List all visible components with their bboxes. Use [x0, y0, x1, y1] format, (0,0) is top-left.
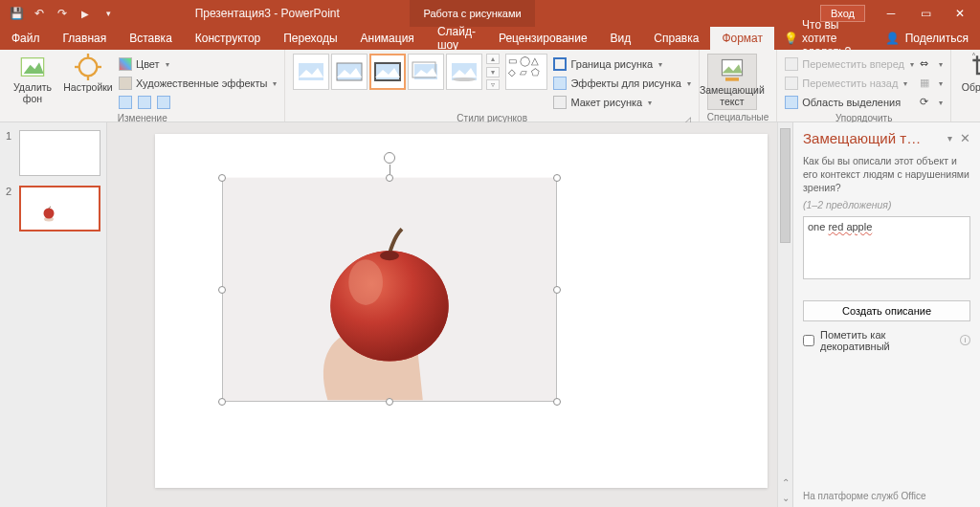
- tab-animations[interactable]: Анимация: [349, 27, 426, 50]
- border-label: Граница рисунка: [570, 58, 653, 70]
- tell-me-box[interactable]: 💡 Что вы хотите сделать?: [774, 27, 874, 50]
- minimize-button[interactable]: ─: [875, 0, 907, 27]
- effects-icon: [553, 77, 567, 90]
- rotate-handle[interactable]: [384, 152, 395, 164]
- tab-design[interactable]: Конструктор: [184, 27, 272, 50]
- close-button[interactable]: ✕: [944, 0, 976, 27]
- border-icon: [553, 57, 567, 71]
- slide-editor[interactable]: ⌃ ⌄: [107, 122, 792, 507]
- mark-decorative-checkbox[interactable]: Пометить как декоративный i: [803, 329, 970, 352]
- alt-text-input[interactable]: one red apple: [803, 216, 970, 279]
- tab-format[interactable]: Формат: [710, 27, 774, 50]
- tab-view[interactable]: Вид: [599, 27, 643, 50]
- slide-number: 1: [6, 130, 15, 176]
- style-thumb[interactable]: [293, 54, 329, 90]
- selection-pane-button[interactable]: Область выделения: [785, 94, 914, 111]
- resize-handle[interactable]: [218, 398, 226, 406]
- compress-pictures-icon[interactable]: [119, 96, 132, 109]
- slide-number: 2: [6, 186, 15, 231]
- undo-icon[interactable]: ↶: [31, 5, 48, 22]
- tab-file[interactable]: Файл: [0, 27, 52, 50]
- remove-bg-label: Удалить фон: [13, 82, 52, 104]
- corrections-label: Настройки: [63, 82, 113, 94]
- contextual-tab-label: Работа с рисунками: [410, 0, 534, 27]
- quick-access-toolbar: 💾 ↶ ↷ ▶ ▾: [0, 5, 124, 22]
- style-thumb[interactable]: [408, 54, 444, 90]
- picture-layout-button[interactable]: Макет рисунка▾: [553, 94, 690, 111]
- remove-background-button[interactable]: Удалить фон: [8, 54, 57, 104]
- reset-picture-icon[interactable]: [157, 96, 170, 109]
- crop-button[interactable]: Обрезать: [959, 54, 980, 94]
- align-button[interactable]: ⇔▾: [920, 55, 943, 73]
- alt-text-pane: Замещающий т… ▾ ✕ Как бы вы описали этот…: [792, 122, 980, 507]
- alt-text-label: Замещающий текст: [700, 85, 765, 107]
- group-icon: ▦: [920, 77, 933, 90]
- resize-handle[interactable]: [553, 398, 561, 406]
- start-from-beginning-icon[interactable]: ▶: [77, 5, 94, 22]
- styles-gallery[interactable]: ▴▾▿: [293, 54, 500, 90]
- maximize-button[interactable]: ▭: [909, 0, 942, 27]
- qat-more-icon[interactable]: ▾: [100, 5, 117, 22]
- tab-review[interactable]: Рецензирование: [487, 27, 599, 50]
- slide-preview: [19, 186, 100, 231]
- resize-handle[interactable]: [386, 174, 393, 182]
- picture-effects-button[interactable]: Эффекты для рисунка▾: [553, 75, 690, 92]
- send-backward-label: Переместить назад: [802, 77, 898, 89]
- resize-handle[interactable]: [553, 286, 561, 294]
- decorative-checkbox-input[interactable]: [803, 335, 814, 346]
- vertical-scrollbar[interactable]: ⌃ ⌄: [777, 122, 792, 507]
- rotate-button[interactable]: ⟳▾: [920, 94, 943, 111]
- resize-handle[interactable]: [218, 174, 226, 182]
- generate-description-button[interactable]: Создать описание: [803, 300, 970, 321]
- group-picture-styles: ▴▾▿ ▭◯△◇▱⬠ Граница рисунка▾ Эффекты для …: [285, 50, 699, 121]
- change-picture-icon[interactable]: [138, 96, 151, 109]
- collapse-ribbon-icon[interactable]: ˄: [971, 52, 976, 62]
- artistic-icon: [119, 77, 132, 90]
- next-slide-icon[interactable]: ⌄: [778, 493, 792, 503]
- info-icon[interactable]: i: [960, 335, 970, 345]
- redo-icon[interactable]: ↷: [54, 5, 71, 22]
- prev-slide-icon[interactable]: ⌃: [778, 477, 792, 488]
- share-button[interactable]: 👤 Поделиться: [874, 27, 980, 50]
- artistic-label: Художественные эффекты: [136, 77, 267, 89]
- alt-text-button[interactable]: Замещающий текст: [707, 54, 757, 110]
- picture-selection[interactable]: [222, 178, 557, 402]
- ribbon-tabs: Файл Главная Вставка Конструктор Переход…: [0, 27, 980, 50]
- slide-thumb-2[interactable]: 2: [6, 186, 100, 231]
- save-icon[interactable]: 💾: [8, 5, 25, 22]
- group-arrange: Переместить вперед▾ Переместить назад▾ О…: [777, 50, 951, 121]
- pane-close-icon[interactable]: ✕: [960, 131, 970, 145]
- compress-reset-row[interactable]: [119, 94, 277, 111]
- bring-forward-button[interactable]: Переместить вперед▾: [785, 55, 914, 73]
- artistic-effects-button[interactable]: Художественные эффекты▾: [119, 75, 277, 92]
- group-objects-button[interactable]: ▦▾: [920, 75, 943, 92]
- pane-hint: (1–2 предложения): [803, 199, 970, 210]
- tab-transitions[interactable]: Переходы: [272, 27, 348, 50]
- tab-insert[interactable]: Вставка: [118, 27, 184, 50]
- slide-thumb-1[interactable]: 1: [6, 130, 100, 176]
- alt-text-value-plain: one: [808, 221, 828, 232]
- color-button[interactable]: Цвет▾: [119, 55, 277, 73]
- picture-content: [223, 179, 556, 401]
- shape-presets[interactable]: ▭◯△◇▱⬠: [505, 54, 547, 90]
- scrollbar-thumb[interactable]: [780, 128, 791, 243]
- crop-label: Обрезать: [962, 82, 980, 94]
- corrections-button[interactable]: Настройки: [63, 54, 113, 94]
- remove-bg-icon: [19, 54, 46, 80]
- style-thumb[interactable]: [446, 54, 482, 90]
- tab-home[interactable]: Главная: [52, 27, 119, 50]
- gallery-more[interactable]: ▴▾▿: [486, 54, 500, 90]
- style-thumb-selected[interactable]: [369, 54, 406, 90]
- send-backward-button[interactable]: Переместить назад▾: [785, 75, 914, 92]
- resize-handle[interactable]: [386, 398, 393, 406]
- resize-handle[interactable]: [553, 174, 561, 182]
- slide-canvas[interactable]: [155, 134, 768, 488]
- svg-point-12: [453, 77, 476, 81]
- resize-handle[interactable]: [218, 286, 226, 294]
- pane-dropdown-icon[interactable]: ▾: [947, 133, 952, 143]
- tab-help[interactable]: Справка: [642, 27, 710, 50]
- style-thumb[interactable]: [331, 54, 368, 90]
- apple-thumb-icon: [38, 205, 59, 222]
- picture-border-button[interactable]: Граница рисунка▾: [553, 55, 690, 73]
- tab-slideshow[interactable]: Слайд-шоу: [426, 27, 487, 50]
